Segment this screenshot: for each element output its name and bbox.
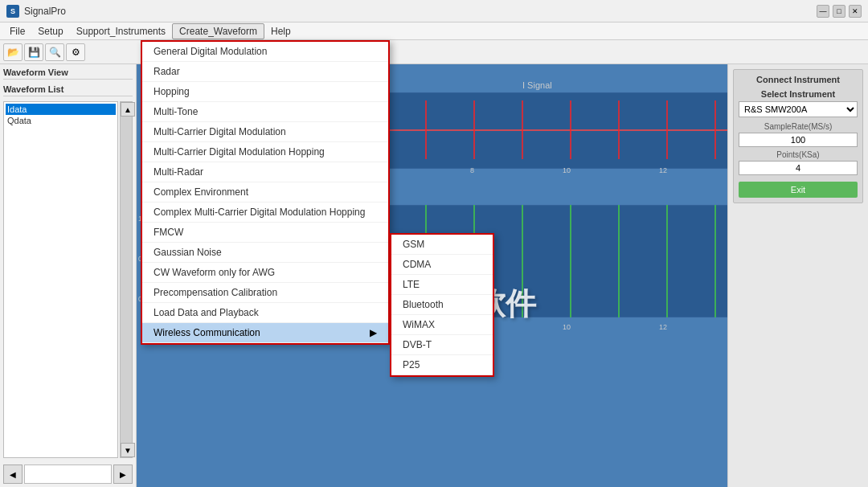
toolbar-settings[interactable]: ⚙ <box>66 43 85 61</box>
select-instrument-label: Select Instrument <box>739 89 858 99</box>
toolbar-open[interactable]: 📂 <box>3 43 23 61</box>
sub-item-bluetooth[interactable]: Bluetooth <box>391 295 493 315</box>
dropdown-item-hopping[interactable]: Hopping <box>142 82 388 102</box>
window-controls: — □ ✕ <box>817 5 862 18</box>
title-bar: S SignalPro — □ ✕ <box>0 0 868 23</box>
scroll-up[interactable]: ▲ <box>121 102 135 117</box>
right-panel: Connect Instrument Select Instrument R&S… <box>727 64 868 487</box>
close-button[interactable]: ✕ <box>849 5 862 18</box>
waveform-view-label: Waveform View <box>3 68 133 80</box>
menu-support[interactable]: Support_Instruments <box>70 24 172 39</box>
dropdown-item-multiradar[interactable]: Multi-Radar <box>142 162 388 182</box>
sub-item-cdma[interactable]: CDMA <box>391 255 493 275</box>
dropdown-item-gdm[interactable]: General Digital Modulation <box>142 42 388 62</box>
dropdown-item-complexenv[interactable]: Complex Environment <box>142 182 388 203</box>
dropdown-item-mcdmh[interactable]: Multi-Carrier Digital Modulation Hopping <box>142 142 388 162</box>
points-group: Points(KSa) <box>739 150 858 175</box>
dropdown-item-loaddata[interactable]: Load Data and Playback <box>142 303 388 323</box>
svg-text:12: 12 <box>659 166 667 174</box>
dropdown-item-radar[interactable]: Radar <box>142 62 388 82</box>
toolbar-save[interactable]: 💾 <box>24 43 43 61</box>
sub-item-gsm[interactable]: GSM <box>391 235 493 255</box>
svg-text:8: 8 <box>470 166 474 174</box>
waveform-list[interactable]: Idata Qdata <box>3 101 118 458</box>
waveform-list-label: Waveform List <box>3 84 133 96</box>
dropdown-item-gaussian[interactable]: Gaussian Noise <box>142 243 388 263</box>
dropdown-menu: General Digital Modulation Radar Hopping… <box>141 40 390 345</box>
sample-rate-group: SampleRate(MS/s) <box>739 122 858 147</box>
dropdown-item-mcdm[interactable]: Multi-Carrier Digital Modulation <box>142 122 388 142</box>
sub-item-wimax[interactable]: WiMAX <box>391 315 493 335</box>
list-left[interactable]: ◀ <box>3 464 23 484</box>
app-title: SignalPro <box>24 6 817 17</box>
dropdown-item-wireless[interactable]: Wireless Communication ▶ <box>142 323 388 343</box>
toolbar-zoom[interactable]: 🔍 <box>45 43 64 61</box>
sample-rate-label: SampleRate(MS/s) <box>739 122 858 131</box>
dropdown-item-fmcw[interactable]: FMCW <box>142 223 388 243</box>
toolbar: 📂 💾 🔍 ⚙ <box>0 40 868 64</box>
svg-text:I Signal: I Signal <box>522 80 552 90</box>
dropdown-item-cmcdmh[interactable]: Complex Multi-Carrier Digital Modulation… <box>142 203 388 223</box>
svg-text:12: 12 <box>659 323 667 331</box>
left-panel: Waveform View Waveform List Idata Qdata … <box>0 64 137 487</box>
sub-item-dvbt[interactable]: DVB-T <box>391 335 493 355</box>
points-input[interactable] <box>739 161 858 175</box>
points-label: Points(KSa) <box>739 150 858 159</box>
menu-setup[interactable]: Setup <box>31 24 69 39</box>
connect-title: Connect Instrument <box>739 75 858 84</box>
minimize-button[interactable]: — <box>817 5 829 18</box>
connect-section: Connect Instrument Select Instrument R&S… <box>733 69 863 203</box>
dropdown-item-multitone[interactable]: Multi-Tone <box>142 102 388 122</box>
sub-item-p25[interactable]: P25 <box>391 355 493 375</box>
menu-file[interactable]: File <box>3 24 31 39</box>
maximize-button[interactable]: □ <box>833 5 845 18</box>
menu-bar: File Setup Support_Instruments Create_Wa… <box>0 23 868 40</box>
svg-text:10: 10 <box>563 323 571 331</box>
sub-item-lte[interactable]: LTE <box>391 275 493 295</box>
menu-help[interactable]: Help <box>264 24 297 39</box>
list-right[interactable]: ▶ <box>113 464 133 484</box>
menu-create-waveform[interactable]: Create_Waveform <box>172 23 264 39</box>
svg-text:10: 10 <box>563 166 571 174</box>
list-item-idata[interactable]: Idata <box>6 104 116 115</box>
sample-rate-input[interactable] <box>739 133 858 147</box>
dropdown-item-cwawg[interactable]: CW Waveform only for AWG <box>142 263 388 283</box>
exit-button[interactable]: Exit <box>739 182 858 198</box>
instrument-select[interactable]: R&S SMW200A <box>739 101 858 117</box>
list-item-qdata[interactable]: Qdata <box>6 115 116 126</box>
dropdown-item-precomp[interactable]: Precompensation Calibration <box>142 283 388 303</box>
sub-dropdown-menu: GSM CDMA LTE Bluetooth WiMAX DVB-T P25 <box>390 233 494 377</box>
app-logo: S <box>6 5 19 18</box>
scroll-down[interactable]: ▼ <box>121 443 135 457</box>
